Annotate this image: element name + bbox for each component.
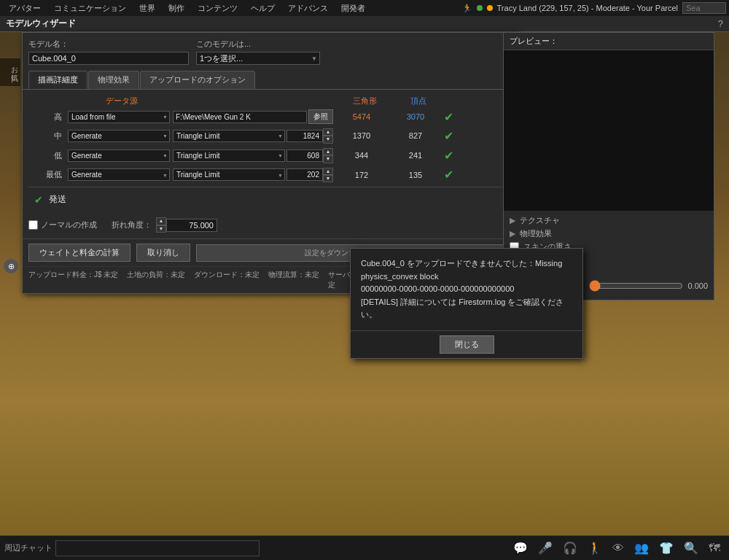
lod-label-mid: 中 [28,131,65,141]
lod-triangles-mid: 1370 [336,131,387,140]
error-close-button[interactable]: 閉じる [440,335,494,354]
dialog-title: モデルウィザード [6,18,76,30]
status-dot-green [477,5,483,11]
map-icon[interactable]: ⊕ [4,259,18,273]
headphone-icon[interactable]: 🎧 [563,541,577,555]
model-name-input[interactable] [28,52,189,65]
send-label: 発送 [49,193,66,206]
people-icon[interactable]: 👥 [634,541,649,555]
menu-communication[interactable]: コミュニケーション [48,1,132,15]
lod-spin-down-lowest[interactable]: ▼ [323,175,333,182]
fold-spin-up[interactable]: ▲ [156,217,166,225]
tab-physics[interactable]: 物理効果 [88,71,139,89]
lod-path-input-high[interactable] [173,111,307,123]
lod-limit-type-lowest[interactable]: Triangle Limit [173,168,285,181]
preview-slider-value: 0.000 [687,281,708,290]
eye-icon[interactable]: 👁 [612,542,624,555]
status-upload: アップロード料金：J$ 未定 [28,270,118,290]
lod-row-low: 低 Generate Load from file Triangle Limit… [28,148,511,163]
preview-canvas [504,50,714,211]
microphone-icon[interactable]: 🎤 [538,541,553,555]
lod-path-high: 参照 [173,109,333,124]
tshirt-icon[interactable]: 👕 [659,541,674,555]
col-path-header [176,96,336,106]
menu-help[interactable]: ヘルプ [245,1,281,15]
lod-row-high: 高 Load from file Generate 参照 5474 3070 ✔ [28,109,511,124]
preview-header: プレビュー： [504,33,714,50]
cancel-button[interactable]: 取り消し [136,244,190,262]
chat-input[interactable] [55,540,260,556]
lod-number-mid[interactable] [286,130,323,142]
lod-limit-type-low-wrapper: Triangle Limit [173,149,285,162]
lod-source-lowest-wrapper: Generate Load from file [68,168,170,181]
lod-vertices-high: 3070 [390,112,441,121]
lod-triangles-high: 5474 [336,112,387,121]
menu-advanced[interactable]: アドバンス [282,1,334,15]
normal-create-checkbox-label[interactable]: ノーマルの作成 [28,219,97,230]
fold-angle-label: 折れ角度： [112,219,152,230]
weight-calc-button[interactable]: ウェイトと料金の計算 [28,244,130,262]
menu-world[interactable]: 世界 [133,1,161,15]
lod-limit-type-mid[interactable]: Triangle Limit [173,130,285,142]
lod-label-lowest: 最低 [28,169,65,180]
fold-spin-down[interactable]: ▼ [156,225,166,233]
model-type-group: このモデルは... 1つを選択... [196,39,320,65]
error-body: Cube.004_0 をアップロードできませんでした：Missing physi… [351,249,582,330]
status-area: 🏃 Tracy Land (229, 157, 25) - Moderate -… [462,2,726,14]
error-footer: 閉じる [351,330,582,358]
lod-label-low: 低 [28,150,65,161]
lod-source-high-wrapper: Load from file Generate [68,111,170,123]
lod-limit-type-mid-wrapper: Triangle Limit [173,130,285,142]
run-icon[interactable]: 🚶 [588,541,602,555]
left-hint: お気に... [0,58,20,86]
lod-browse-high[interactable]: 参照 [308,109,333,124]
normal-create-checkbox[interactable] [28,220,38,230]
preview-svg [504,50,714,211]
lod-source-low[interactable]: Generate Load from file [68,149,170,162]
lod-label-high: 高 [28,112,65,122]
status-land: 土地の負荷：未定 [127,270,185,290]
error-message: Cube.004_0 をアップロードできませんでした：Missing physi… [361,259,564,319]
taskbar-icons: 💬 🎤 🎧 🚶 👁 👥 👕 🔍 🗺 [504,541,729,555]
lod-spin-up-mid[interactable]: ▲ [323,128,333,136]
lod-spin-up-low[interactable]: ▲ [323,148,333,155]
search-icon[interactable]: 🔍 [684,541,698,555]
menu-avatar[interactable]: アバター [3,1,47,15]
menu-create[interactable]: 制作 [163,1,190,15]
col-vertices-header: 頂点 [393,96,444,106]
status-dot-orange [487,5,493,11]
model-type-select[interactable]: 1つを選択... [196,52,320,65]
fold-angle-input[interactable] [166,219,217,232]
lod-path-low: Triangle Limit ▲ ▼ [173,148,333,163]
lod-source-lowest[interactable]: Generate Load from file [68,168,170,181]
fold-angle-spin-btns: ▲ ▼ [156,217,166,233]
chat-label: 周辺チャット [4,542,52,553]
menu-bar: アバター コミュニケーション 世界 制作 コンテンツ ヘルプ アドバンス 開発者… [0,0,729,16]
lod-source-mid[interactable]: Generate Load from file [68,130,170,142]
col-triangles-header: 三角形 [339,96,390,106]
chat-bubble-icon[interactable]: 💬 [513,541,528,555]
lod-row-lowest: 最低 Generate Load from file Triangle Limi… [28,168,511,183]
tab-render-detail[interactable]: 描画詳細度 [28,71,87,89]
map-taskbar-icon[interactable]: 🗺 [709,542,720,555]
lod-spin-down-mid[interactable]: ▼ [323,136,333,143]
error-dialog: Cube.004_0 をアップロードできませんでした：Missing physi… [350,248,583,359]
menu-contents[interactable]: コンテンツ [192,1,243,15]
lod-number-lowest[interactable] [286,168,323,181]
lod-limit-type-lowest-wrapper: Triangle Limit [173,168,285,181]
lod-number-low[interactable] [286,149,323,162]
help-button[interactable]: ? [718,18,723,29]
lod-vertices-mid: 827 [390,131,441,140]
lod-source-low-wrapper: Generate Load from file [68,149,170,162]
lod-limit-type-low[interactable]: Triangle Limit [173,149,285,162]
lod-area: データ源 三角形 頂点 高 Load from file Generate 参照… [23,90,517,214]
lod-spin-up-lowest[interactable]: ▲ [323,168,333,175]
lod-source-high[interactable]: Load from file Generate [68,111,170,123]
preview-slider[interactable] [589,280,683,292]
lod-spin-down-low[interactable]: ▼ [323,155,333,163]
menu-developer[interactable]: 開発者 [335,1,371,15]
search-input-top[interactable] [682,2,726,14]
model-type-select-wrapper: 1つを選択... [196,52,320,65]
tab-upload-options[interactable]: アップロードのオプション [140,71,255,89]
lod-check-mid: ✔ [444,129,466,143]
